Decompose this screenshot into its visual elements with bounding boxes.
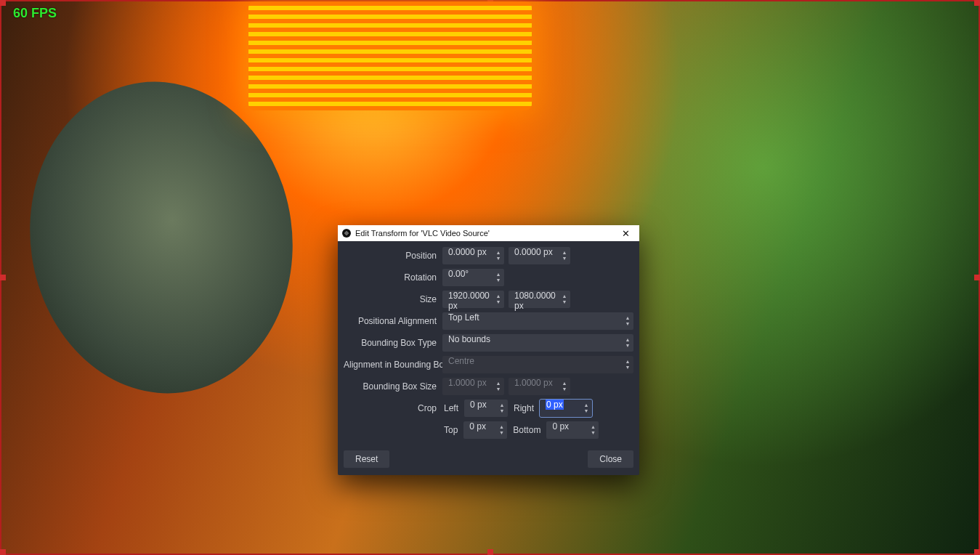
close-icon[interactable]: ✕ [616,228,635,239]
label-position: Position [344,251,438,261]
spinner-arrows-icon[interactable]: ▲▼ [495,248,502,263]
transform-form: Position 0.0000 px ▲▼ 0.0000 px ▲▼ Rotat… [338,241,639,446]
spinner-arrows-icon[interactable]: ▲▼ [495,292,502,307]
bb-size-width-input: 1.0000 px ▲▼ [442,378,504,395]
spinner-arrows-icon[interactable]: ▲▼ [561,292,568,307]
resize-handle-tc[interactable] [487,0,493,6]
label-size: Size [344,294,438,304]
label-crop-right: Right [512,403,535,413]
reset-button[interactable]: Reset [344,450,389,468]
spinner-arrows-icon[interactable]: ▲▼ [583,401,590,416]
dialog-title: Edit Transform for 'VLC Video Source' [355,229,616,238]
bb-size-height-input: 1.0000 px ▲▼ [509,378,570,395]
crop-right-input[interactable]: 0 px ▲▼ [540,400,592,417]
size-height-input[interactable]: 1080.0000 px ▲▼ [509,291,570,308]
edit-transform-dialog: Edit Transform for 'VLC Video Source' ✕ … [338,225,639,475]
spinner-arrows-icon: ▲▼ [495,379,502,394]
dropdown-arrows-icon[interactable]: ▲▼ [624,336,631,350]
label-crop-left: Left [442,403,460,413]
bounding-box-type-select[interactable]: No bounds ▲▼ [442,334,633,352]
resize-handle-mr[interactable] [974,275,980,280]
resize-handle-tl[interactable] [0,0,6,6]
label-bounding-box-type: Bounding Box Type [344,338,438,348]
rotation-input[interactable]: 0.00° ▲▼ [442,269,504,286]
positional-alignment-select[interactable]: Top Left ▲▼ [442,312,633,330]
label-positional-alignment: Positional Alignment [344,316,438,326]
position-y-input[interactable]: 0.0000 px ▲▼ [509,247,570,264]
label-rotation: Rotation [344,272,438,283]
dropdown-arrows-icon[interactable]: ▲▼ [624,314,631,328]
size-width-input[interactable]: 1920.0000 px ▲▼ [442,291,504,308]
dropdown-arrows-icon: ▲▼ [624,357,631,372]
label-bounding-box-size: Bounding Box Size [344,381,438,392]
label-crop: Crop [344,403,438,413]
resize-handle-bl[interactable] [0,549,6,555]
resize-handle-tr[interactable] [974,0,980,6]
alignment-in-bb-select: Centre ▲▼ [442,356,633,373]
resize-handle-br[interactable] [974,549,980,555]
spinner-arrows-icon: ▲▼ [561,379,568,394]
dialog-footer: Reset Close [338,446,639,475]
close-button[interactable]: Close [588,450,633,468]
label-crop-bottom: Bottom [511,425,542,435]
spinner-arrows-icon[interactable]: ▲▼ [561,248,568,263]
label-alignment-in-bb: Alignment in Bounding Box [344,360,438,370]
fps-counter: 60 FPS [13,6,57,21]
resize-handle-ml[interactable] [0,275,6,280]
spinner-arrows-icon[interactable]: ▲▼ [589,423,596,437]
resize-handle-bc[interactable] [487,549,493,555]
crop-top-input[interactable]: 0 px ▲▼ [463,421,507,439]
label-crop-top: Top [442,425,459,435]
dialog-titlebar[interactable]: Edit Transform for 'VLC Video Source' ✕ [338,225,639,241]
crop-bottom-input[interactable]: 0 px ▲▼ [546,421,599,439]
spinner-arrows-icon[interactable]: ▲▼ [498,401,506,416]
spinner-arrows-icon[interactable]: ▲▼ [495,270,502,285]
position-x-input[interactable]: 0.0000 px ▲▼ [442,247,504,264]
crop-left-input[interactable]: 0 px ▲▼ [464,400,508,417]
obs-app-icon [342,229,351,238]
spinner-arrows-icon[interactable]: ▲▼ [498,423,505,437]
